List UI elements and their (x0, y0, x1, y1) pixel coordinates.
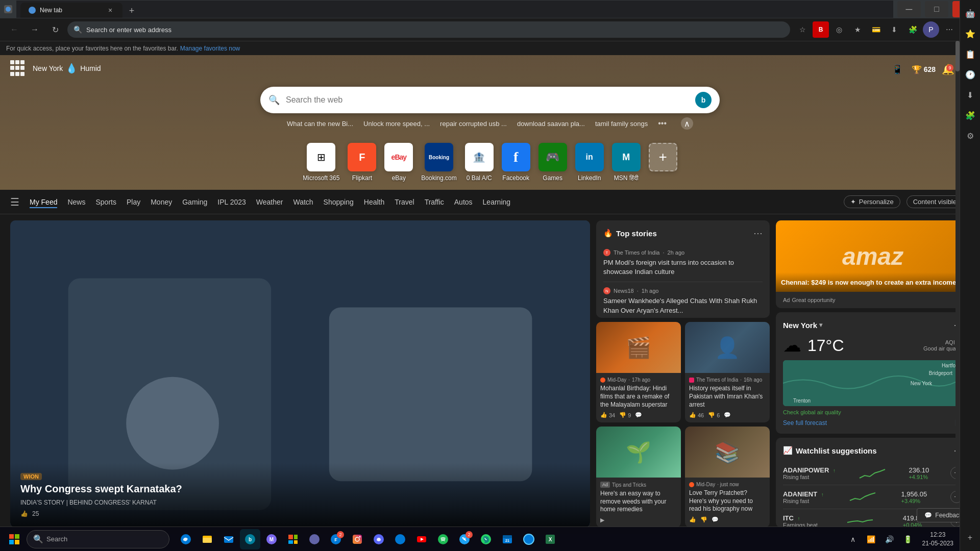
story-1[interactable]: N News18 · 1h ago Sameer Wankhede's Alle… (603, 282, 763, 318)
bing-search-button[interactable]: b (695, 92, 712, 108)
story-0[interactable]: T The Times of India · 2h ago PM Modi's … (603, 244, 763, 282)
add-quick-link-button[interactable]: + add (649, 143, 677, 182)
taskbar-clock[interactable]: 12:23 21-05-2023 (918, 529, 958, 550)
pratchett-dislike-btn[interactable]: 👎 (700, 516, 707, 523)
check-global-air-link[interactable]: Check global air quality (783, 409, 841, 415)
sidebar-icon-history[interactable]: 🕐 (961, 65, 979, 84)
small-card-imrankhan[interactable]: 👤 The Times of India · 16h ago History r… (685, 322, 770, 422)
pratchett-like-btn[interactable]: 👍 (689, 516, 696, 523)
taskbar-search-box[interactable]: 🔍 Search (27, 530, 169, 548)
feed-nav-learning[interactable]: Learning (483, 196, 511, 208)
suggestion-1[interactable]: Unlock more speed, ... (363, 120, 430, 128)
sidebar-icon-collections[interactable]: 📋 (961, 45, 979, 63)
quick-link-facebook[interactable]: f Facebook (502, 143, 530, 182)
feed-nav-travel[interactable]: Travel (395, 196, 414, 208)
quick-link-booking[interactable]: Booking Booking.com (421, 143, 456, 182)
imrankhan-like-btn[interactable]: 👍 46 (689, 412, 704, 418)
small-card-mohanlal[interactable]: 🎬 Mid-Day · 17h ago Mohanlal Birthday: H… (596, 322, 681, 422)
feed-nav-money[interactable]: Money (151, 196, 172, 208)
feed-nav-gaming[interactable]: Gaming (182, 196, 207, 208)
taskbar-icon-photos[interactable]: F 2 (326, 529, 346, 549)
scrollbar-track[interactable] (955, 41, 960, 500)
taskbar-chevron-btn[interactable]: ∧ (845, 531, 861, 547)
favorites-icon[interactable]: ☆ (794, 21, 811, 38)
search-bar[interactable]: 🔍 b (260, 87, 720, 113)
small-card-pratchett[interactable]: 📚 Mid-Day · just now Love Terry Pratchet… (685, 427, 770, 528)
suggestion-4[interactable]: tamil family songs (595, 120, 648, 128)
quick-link-flipkart[interactable]: F Flipkart (348, 143, 376, 182)
feed-nav-autos[interactable]: Autos (454, 196, 473, 208)
taskbar-icon-explorer[interactable] (197, 529, 217, 549)
feed-nav-news[interactable]: News (67, 196, 85, 208)
taskbar-icon-store[interactable] (283, 529, 303, 549)
top-stories-menu-btn[interactable]: ⋯ (753, 228, 763, 239)
taskbar-icon-unknown2[interactable] (304, 529, 325, 549)
small-card-weeds[interactable]: 🌱 Ad Tips and Tricks Here's an easy way … (596, 427, 681, 528)
personalize-button[interactable]: ✦ Personalize (844, 195, 900, 208)
taskbar-icon-edge2[interactable] (390, 529, 410, 549)
sidebar-icon-copilot[interactable]: 🤖 (961, 4, 979, 22)
notifications-bell[interactable]: 🔔 9 (942, 63, 954, 76)
start-button[interactable] (4, 529, 24, 549)
feed-nav-weather[interactable]: Weather (256, 196, 283, 208)
taskbar-icon-twitter[interactable]: 2 (454, 529, 475, 549)
quick-link-msn[interactable]: M MSN हिंदी (612, 143, 641, 182)
wallet-icon[interactable]: 💳 (868, 21, 884, 38)
taskbar-icon-unknown1[interactable]: M (261, 529, 282, 549)
sidebar-icon-favorites[interactable]: ⭐ (961, 24, 979, 43)
active-tab[interactable]: New tab × (20, 3, 122, 18)
pratchett-comment-btn[interactable]: 💬 (712, 516, 719, 523)
forward-button[interactable]: → (27, 21, 43, 38)
feed-nav-myfeed[interactable]: My Feed (30, 196, 57, 208)
profile-button[interactable]: P (923, 21, 939, 38)
maximize-btn[interactable]: □ (925, 1, 948, 17)
taskbar-icon-youtube[interactable] (411, 529, 432, 549)
copilot-icon[interactable]: ◎ (831, 21, 847, 38)
taskbar-icon-whatsapp[interactable] (476, 529, 496, 549)
manage-favorites-link[interactable]: Manage favorites now (180, 45, 240, 52)
taskbar-icon-bing[interactable]: b (240, 529, 260, 549)
sidebar-icon-extensions[interactable]: 🧩 (961, 106, 979, 124)
taskbar-icon-instagram[interactable] (347, 529, 368, 549)
back-button[interactable]: ← (6, 21, 22, 38)
main-article[interactable]: ▶ WION Why Congress swept Karnataka? IND… (10, 220, 590, 528)
suggestions-collapse-btn[interactable]: ∧ (681, 117, 693, 130)
mohanlal-dislike-btn[interactable]: 👎 9 (619, 412, 631, 418)
taskbar-volume-icon[interactable]: 🔊 (881, 531, 898, 547)
weeds-play-btn[interactable]: ▶ (600, 517, 604, 523)
quick-link-games[interactable]: 🎮 Games (538, 143, 567, 182)
new-tab-button[interactable]: + (125, 4, 139, 18)
feed-hamburger-menu[interactable]: ☰ (10, 196, 19, 208)
taskbar-icon-edge[interactable] (176, 529, 196, 549)
suggestions-more-icon[interactable]: ••• (658, 119, 667, 128)
sidebar-icon-add[interactable]: + (961, 529, 979, 547)
taskbar-icon-excel[interactable]: X (540, 529, 560, 549)
weather-map[interactable]: Hartford Bridgeport New York Trenton (783, 360, 963, 406)
search-input[interactable] (286, 95, 689, 105)
feed-nav-shopping[interactable]: Shopping (324, 196, 354, 208)
mohanlal-like-btn[interactable]: 👍 34 (600, 412, 615, 418)
imrankhan-dislike-btn[interactable]: 👎 6 (708, 412, 720, 418)
feed-nav-health[interactable]: Health (364, 196, 384, 208)
quick-link-microsoft365[interactable]: ⊞ Microsoft 365 (303, 143, 339, 182)
feed-nav-watch[interactable]: Watch (293, 196, 313, 208)
taskbar-battery-icon[interactable]: 🔋 (900, 531, 916, 547)
quick-link-ebay[interactable]: eBay eBay (384, 143, 413, 182)
taskbar-icon-spotify[interactable] (433, 529, 453, 549)
address-box[interactable]: 🔍 Search or enter web address (67, 21, 790, 38)
taskbar-network-icon[interactable]: 📶 (863, 531, 879, 547)
feed-nav-traffic[interactable]: Traffic (425, 196, 444, 208)
suggestion-2[interactable]: repair corrupted usb ... (440, 120, 507, 128)
sidebar-icon-settings[interactable]: ⚙ (961, 127, 979, 145)
sidebar-icon-downloads[interactable]: ⬇ (961, 86, 979, 104)
minimize-btn[interactable]: ─ (897, 1, 921, 17)
apps-grid-button[interactable] (10, 60, 27, 77)
refresh-button[interactable]: ↻ (47, 21, 63, 38)
feed-nav-play[interactable]: Play (127, 196, 140, 208)
scrollbar-thumb[interactable] (955, 41, 960, 71)
bing-icon[interactable]: B (813, 21, 829, 38)
taskbar-icon-discord[interactable] (369, 529, 389, 549)
imrankhan-comment-btn[interactable]: 💬 (724, 412, 731, 418)
quick-link-bal[interactable]: 🏦 0 Bal A/C (465, 143, 494, 182)
weather-location[interactable]: New York ▾ (783, 321, 822, 330)
